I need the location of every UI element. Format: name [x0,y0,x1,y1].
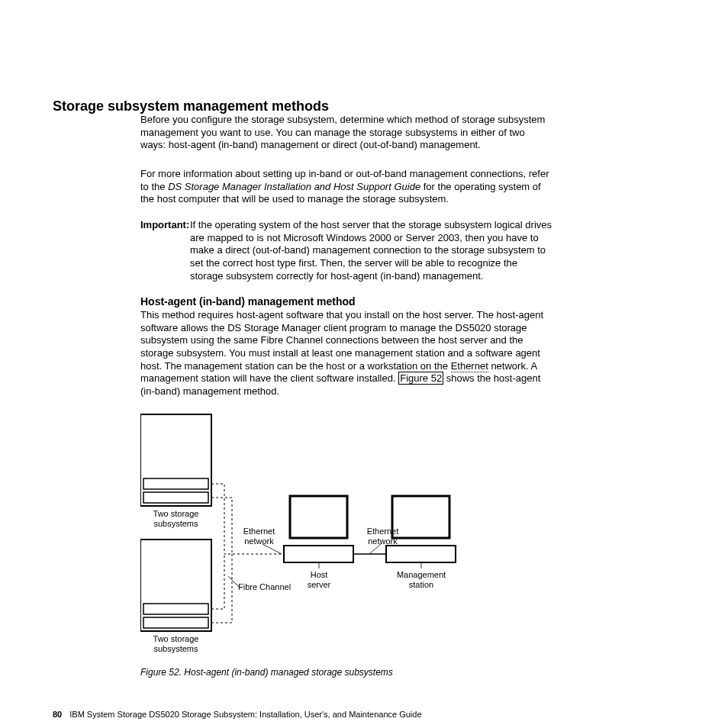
figure-52-diagram: Two storagesubsystems Two storagesubsyst… [140,408,552,652]
section-heading: Storage subsystem management methods [53,98,329,115]
important-body: If the operating system of the host serv… [190,219,552,282]
label-ethernet-left: Ethernetnetwork [238,527,280,546]
label-ethernet-right: Ethernetnetwork [362,527,404,546]
page-footer: 80IBM System Storage DS5020 Storage Subs… [53,709,422,720]
subsection-heading: Host-agent (in-band) management method [140,295,356,309]
figure-reference-link[interactable]: Figure 52 [398,372,443,385]
storage-top-group [140,414,211,506]
svg-rect-7 [284,546,353,562]
svg-rect-9 [386,546,456,562]
figure-caption: Figure 52. Host-agent (in-band) managed … [140,667,393,678]
host-server-icon [284,496,353,562]
guide-title: DS Storage Manager Installation and Host… [168,181,420,192]
page-number: 80 [53,710,62,719]
ethernet-term: Ethernet [451,360,488,372]
footer-title: IBM System Storage DS5020 Storage Subsys… [69,710,421,719]
label-management-station: Managementstation [392,570,450,589]
method-paragraph: This method requires host-agent software… [140,309,552,398]
intro-paragraph: Before you configure the storage subsyst… [140,114,552,152]
label-host-server: Hostserver [297,570,341,589]
important-label: Important: [140,219,190,232]
svg-rect-4 [143,604,208,614]
label-storage-bottom: Two storagesubsystems [140,634,211,653]
label-storage-top: Two storagesubsystems [140,509,211,528]
svg-rect-6 [290,496,347,538]
storage-bottom-group [140,540,211,631]
svg-rect-5 [143,617,208,628]
important-note: Important: If the operating system of th… [140,219,552,282]
fibre-channel-lines [211,484,284,623]
svg-rect-1 [143,478,208,489]
label-fibre-channel: Fibre Channel [238,582,299,592]
more-info-paragraph: For more information about setting up in… [140,168,552,206]
svg-rect-2 [143,492,208,503]
